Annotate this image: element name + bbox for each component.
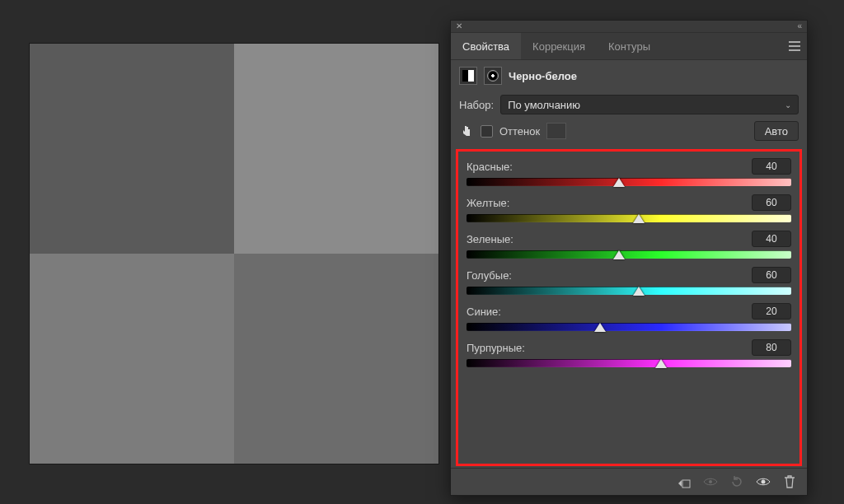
preset-value: По умолчанию [508, 99, 580, 111]
preset-row: Набор: По умолчанию ⌄ [451, 91, 807, 118]
yellows-slider[interactable] [467, 214, 791, 222]
panel-titlebar: ✕ « [451, 21, 807, 33]
adjustment-layer-icon [484, 67, 502, 85]
slider-row-greens: Зеленые: 40 [463, 229, 795, 265]
magentas-label: Пурпурные: [467, 342, 525, 354]
panel-tabs: Свойства Коррекция Контуры [451, 33, 807, 60]
close-icon[interactable]: ✕ [456, 22, 462, 30]
preview-quadrant-1 [30, 44, 234, 254]
canvas-preview [30, 44, 438, 464]
preview-quadrant-2 [234, 44, 438, 254]
cyans-slider[interactable] [467, 287, 791, 295]
tint-checkbox[interactable] [481, 125, 493, 138]
svg-point-3 [709, 480, 712, 483]
preset-label: Набор: [459, 99, 494, 111]
svg-point-4 [762, 480, 766, 484]
chevron-down-icon: ⌄ [785, 100, 791, 110]
greens-value[interactable]: 40 [752, 231, 791, 247]
tab-contours[interactable]: Контуры [597, 33, 662, 59]
preset-select[interactable]: По умолчанию ⌄ [500, 95, 799, 114]
adjustment-header: Черно-белое [451, 60, 807, 91]
bw-square-icon [459, 67, 477, 85]
magentas-value[interactable]: 80 [752, 339, 791, 356]
magentas-slider[interactable] [467, 359, 791, 367]
tab-correction[interactable]: Коррекция [521, 33, 597, 59]
greens-label: Зеленые: [467, 233, 513, 245]
adjustment-title: Черно-белое [509, 70, 577, 82]
tint-label: Оттенок [499, 125, 540, 138]
preview-quadrant-3 [30, 254, 234, 464]
tab-properties[interactable]: Свойства [451, 33, 521, 59]
reds-slider[interactable] [467, 178, 791, 186]
greens-slider[interactable] [467, 250, 791, 259]
panel-menu-icon[interactable] [789, 41, 800, 51]
preview-quadrant-4 [234, 254, 438, 464]
collapse-icon[interactable]: « [797, 22, 802, 30]
slider-row-yellows: Желтые: 60 [463, 193, 795, 229]
color-sliders-group: Красные: 40 Желтые: 60 Зеленые: 40 [456, 149, 802, 466]
view-previous-icon[interactable] [703, 474, 718, 489]
tint-color-swatch[interactable] [546, 123, 566, 139]
slider-row-blues: Синие: 20 [463, 301, 795, 338]
reset-icon[interactable] [729, 474, 744, 489]
auto-button[interactable]: Авто [754, 121, 799, 141]
slider-row-cyans: Голубые: 60 [463, 265, 795, 301]
svg-rect-2 [682, 480, 690, 488]
yellows-label: Желтые: [467, 197, 509, 209]
reds-label: Красные: [467, 161, 513, 173]
slider-row-magentas: Пурпурные: 80 [463, 338, 795, 374]
visibility-icon[interactable] [756, 474, 771, 489]
trash-icon[interactable] [782, 474, 797, 489]
svg-rect-1 [462, 70, 468, 82]
reds-value[interactable]: 40 [752, 158, 791, 175]
blues-label: Синие: [467, 306, 501, 318]
slider-row-reds: Красные: 40 [463, 156, 795, 193]
targeted-adjust-icon[interactable] [459, 124, 474, 138]
properties-panel: ✕ « Свойства Коррекция Контуры Черно-бел… [450, 20, 808, 496]
yellows-value[interactable]: 60 [752, 194, 791, 211]
tint-row: Оттенок Авто [451, 118, 807, 144]
panel-footer [451, 468, 807, 495]
clip-to-layer-icon[interactable] [677, 474, 692, 489]
cyans-value[interactable]: 60 [752, 267, 791, 283]
blues-slider[interactable] [467, 323, 791, 331]
cyans-label: Голубые: [467, 269, 512, 282]
blues-value[interactable]: 20 [752, 303, 791, 320]
